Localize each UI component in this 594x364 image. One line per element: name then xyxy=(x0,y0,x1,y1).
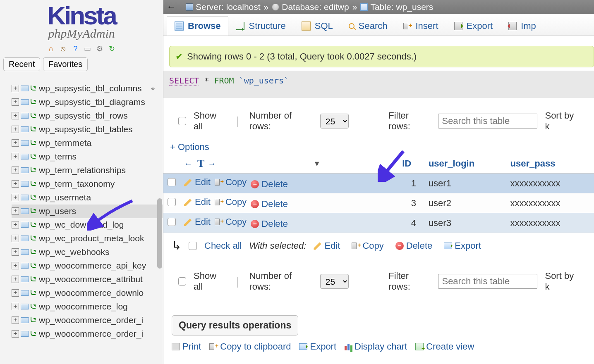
sort-controls-column[interactable]: ← T → ▼ xyxy=(180,154,398,174)
expand-icon[interactable]: + xyxy=(12,85,19,92)
tab-structure[interactable]: Structure xyxy=(228,16,293,36)
expand-icon[interactable]: + xyxy=(12,248,19,256)
reload-icon[interactable]: ↻ xyxy=(108,45,116,53)
col-user-pass[interactable]: user_pass xyxy=(506,154,594,174)
tree-item-wp_term_relationships[interactable]: +wp_term_relationships xyxy=(12,164,163,177)
tab-browse[interactable]: Browse xyxy=(167,16,228,36)
show-all-checkbox-bottom[interactable] xyxy=(178,277,186,285)
row-delete[interactable]: −Delete xyxy=(251,219,288,229)
expand-icon[interactable]: + xyxy=(12,194,19,201)
tab-import[interactable]: Imp xyxy=(501,16,544,36)
table-row[interactable]: EditCopy−Delete1user1xxxxxxxxxxx xyxy=(163,174,594,193)
row-copy[interactable]: Copy xyxy=(215,177,247,188)
tree-item-wp_woocommerce_order_i[interactable]: +wp_woocommerce_order_i xyxy=(12,314,163,327)
expand-icon[interactable]: + xyxy=(12,276,19,283)
expand-icon[interactable]: + xyxy=(12,112,19,119)
op-export[interactable]: Export xyxy=(299,341,336,352)
back-arrow-icon[interactable]: ← xyxy=(167,2,176,12)
bulk-copy[interactable]: Copy xyxy=(352,240,383,251)
tree-item-wp_users[interactable]: +wp_users xyxy=(12,205,163,218)
row-checkbox[interactable] xyxy=(168,218,176,226)
logout-icon[interactable]: ⎋ xyxy=(59,45,67,53)
expand-icon[interactable]: + xyxy=(12,153,19,160)
row-edit[interactable]: Edit xyxy=(184,197,211,207)
expand-icon[interactable]: + xyxy=(12,330,19,338)
col-user-login[interactable]: user_login xyxy=(424,154,506,174)
settings-icon[interactable]: ⚙ xyxy=(96,45,104,53)
expand-icon[interactable]: + xyxy=(12,167,19,174)
bulk-edit[interactable]: Edit xyxy=(314,240,340,251)
tree-item-wp_wc_webhooks[interactable]: +wp_wc_webhooks xyxy=(12,245,163,259)
sort-right-icon[interactable]: → xyxy=(208,159,218,169)
tab-insert[interactable]: Insert xyxy=(395,16,446,36)
row-checkbox[interactable] xyxy=(168,198,176,206)
home-icon[interactable]: ⌂ xyxy=(47,45,55,53)
expand-icon[interactable]: + xyxy=(12,180,19,188)
expand-icon[interactable]: + xyxy=(12,139,19,147)
row-checkbox[interactable] xyxy=(168,178,176,186)
tree-item-wp_woocommerce_api_key[interactable]: +wp_woocommerce_api_key xyxy=(12,259,163,273)
op-display-chart[interactable]: Display chart xyxy=(345,341,407,352)
expand-icon[interactable]: + xyxy=(12,221,19,228)
help-icon[interactable]: ? xyxy=(71,45,79,53)
tab-search[interactable]: Search xyxy=(341,16,395,36)
op-copy-clipboard[interactable]: Copy to clipboard xyxy=(209,341,291,352)
breadcrumb-table[interactable]: Table: wp_users xyxy=(360,2,433,12)
expand-icon[interactable]: + xyxy=(12,316,19,324)
bulk-delete[interactable]: −Delete xyxy=(395,240,433,251)
tree-item-wp_supsystic_tbl_rows[interactable]: +wp_supsystic_tbl_rows xyxy=(12,109,163,123)
db-tree[interactable]: +wp_supsystic_tbl_columns+wp_supsystic_t… xyxy=(0,82,163,341)
tab-export[interactable]: Export xyxy=(446,16,501,36)
check-all-checkbox[interactable] xyxy=(189,242,197,250)
sort-caret-icon[interactable]: ▼ xyxy=(313,159,321,168)
sort-left-icon[interactable]: ← xyxy=(184,159,194,169)
tree-item-wp_supsystic_tbl_diagrams[interactable]: +wp_supsystic_tbl_diagrams xyxy=(12,95,163,109)
row-delete[interactable]: −Delete xyxy=(251,179,288,190)
tree-item-wp_woocommerce_order_i[interactable]: +wp_woocommerce_order_i xyxy=(12,327,163,341)
table-row[interactable]: EditCopy−Delete3user2xxxxxxxxxxx xyxy=(163,193,594,213)
table-row[interactable]: EditCopy−Delete4user3xxxxxxxxxxx xyxy=(163,213,594,233)
expand-icon[interactable]: + xyxy=(12,126,19,133)
docs-icon[interactable]: ▭ xyxy=(84,45,92,53)
filter-input-bottom[interactable] xyxy=(438,274,537,289)
row-copy[interactable]: Copy xyxy=(215,216,247,227)
bulk-export[interactable]: Export xyxy=(444,240,481,251)
expand-icon[interactable]: + xyxy=(12,235,19,242)
op-create-view[interactable]: Create view xyxy=(415,341,474,352)
num-rows-select[interactable]: 25 xyxy=(320,114,349,128)
tree-item-wp_woocommerce_log[interactable]: +wp_woocommerce_log xyxy=(12,300,163,314)
num-rows-select-bottom[interactable]: 25 xyxy=(320,274,349,289)
link-icon[interactable]: ⚭ xyxy=(150,85,156,93)
expand-icon[interactable]: + xyxy=(12,289,19,297)
op-print[interactable]: Print xyxy=(172,341,201,352)
options-toggle[interactable]: + Options xyxy=(166,142,594,152)
tree-item-wp_term_taxonomy[interactable]: +wp_term_taxonomy xyxy=(12,177,163,191)
tree-item-wp_wc_download_log[interactable]: +wp_wc_download_log xyxy=(12,218,163,232)
tree-item-wp_wc_product_meta_look[interactable]: +wp_wc_product_meta_look xyxy=(12,232,163,245)
favorites-button[interactable]: Favorites xyxy=(43,57,88,71)
breadcrumb-database[interactable]: Database: editwp xyxy=(272,2,349,12)
recent-button[interactable]: Recent xyxy=(3,57,40,71)
row-copy[interactable]: Copy xyxy=(215,197,247,207)
check-all-link[interactable]: Check all xyxy=(204,240,242,251)
breadcrumb-server[interactable]: Server: localhost xyxy=(186,2,261,12)
tree-item-wp_termmeta[interactable]: +wp_termmeta xyxy=(12,136,163,150)
tree-item-wp_woocommerce_attribut[interactable]: +wp_woocommerce_attribut xyxy=(12,273,163,286)
show-all-checkbox[interactable] xyxy=(178,117,186,125)
expand-icon[interactable]: + xyxy=(12,262,19,269)
expand-icon[interactable]: + xyxy=(12,98,19,106)
tree-item-wp_usermeta[interactable]: +wp_usermeta xyxy=(12,191,163,205)
expand-icon[interactable]: + xyxy=(12,207,19,215)
expand-icon[interactable]: + xyxy=(12,303,19,310)
row-edit[interactable]: Edit xyxy=(184,216,211,227)
tab-sql[interactable]: SQL xyxy=(294,16,341,36)
row-delete[interactable]: −Delete xyxy=(251,199,288,209)
tree-item-wp_terms[interactable]: +wp_terms xyxy=(12,150,163,164)
scrollbar-thumb[interactable] xyxy=(157,198,162,269)
sort-t-icon[interactable]: T xyxy=(197,157,204,170)
tree-item-wp_woocommerce_downlo[interactable]: +wp_woocommerce_downlo xyxy=(12,286,163,300)
row-edit[interactable]: Edit xyxy=(184,177,211,188)
filter-input[interactable] xyxy=(438,114,537,128)
col-id[interactable]: ID xyxy=(398,154,424,174)
tree-item-wp_supsystic_tbl_tables[interactable]: +wp_supsystic_tbl_tables xyxy=(12,123,163,136)
